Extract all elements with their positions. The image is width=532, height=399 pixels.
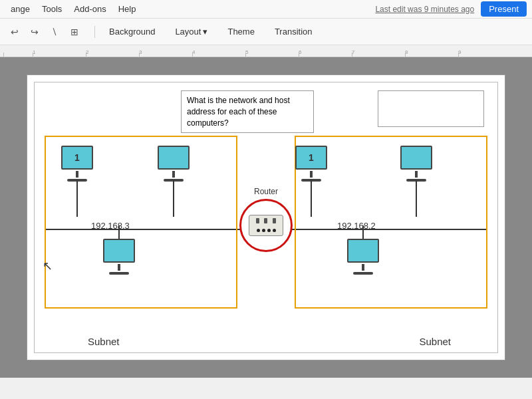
slash-icon[interactable]: ⧵ xyxy=(45,23,64,41)
computer-right-1: 1 xyxy=(295,146,327,182)
monitor-left-2 xyxy=(158,146,190,170)
router-container: Router xyxy=(239,199,293,252)
stand-right-1 xyxy=(310,171,313,178)
base-right-3 xyxy=(353,272,373,275)
router-dot-3 xyxy=(267,229,271,232)
slide-toolbar: ↩ ↪ ⧵ ⊞ Background Layout ▾ Theme Transi… xyxy=(0,19,532,45)
base-left-3 xyxy=(109,272,129,275)
ip-label-left: 192.168.3 xyxy=(91,221,130,231)
answer-box[interactable] xyxy=(378,90,484,127)
router-circle xyxy=(239,199,293,252)
connector-v-left-1 xyxy=(76,180,78,217)
layout-button[interactable]: Layout ▾ xyxy=(166,23,216,41)
cursor-icon: ↖ xyxy=(43,259,53,273)
computer-right-3 xyxy=(347,239,379,275)
menu-ange[interactable]: ange xyxy=(5,2,35,16)
router-dot-2 xyxy=(262,229,265,232)
menu-help[interactable]: Help xyxy=(113,2,142,16)
monitor-right-3 xyxy=(347,239,379,263)
menu-addons[interactable]: Add-ons xyxy=(68,2,111,16)
monitor-left-3 xyxy=(103,239,135,263)
router-body xyxy=(249,215,283,236)
connector-v-right-2 xyxy=(416,180,417,217)
router-port-3 xyxy=(273,218,276,223)
undo-button[interactable]: ↩ xyxy=(5,23,24,41)
computer-left-3 xyxy=(103,239,135,275)
stand-right-2 xyxy=(415,171,418,178)
question-box: What is the network and host address for… xyxy=(181,90,314,133)
ruler-marks: 1 2 3 4 5 6 7 8 9 xyxy=(3,45,529,57)
layout-label: Layout xyxy=(175,27,201,37)
theme-button[interactable]: Theme xyxy=(219,23,263,41)
redo-button[interactable]: ↪ xyxy=(25,23,44,41)
slide-area[interactable]: What is the network and host address for… xyxy=(0,57,532,378)
router-port-2 xyxy=(264,218,267,223)
router-dot-4 xyxy=(273,229,276,232)
monitor-right-2 xyxy=(400,146,432,170)
menu-tools[interactable]: Tools xyxy=(37,2,67,16)
subnet-label-right: Subnet xyxy=(419,336,451,347)
ip-label-right: 192.168.2 xyxy=(337,221,376,231)
question-text: What is the network and host address for… xyxy=(187,96,290,128)
ruler: 1 2 3 4 5 6 7 8 9 xyxy=(0,45,532,57)
router-dots xyxy=(249,229,283,232)
present-button[interactable]: Present xyxy=(481,1,527,17)
computer-left-2 xyxy=(158,146,190,182)
router-dot-1 xyxy=(257,229,260,232)
separator-1 xyxy=(94,26,95,38)
frame-icon[interactable]: ⊞ xyxy=(65,23,84,41)
subnet-label-left: Subnet xyxy=(88,336,120,347)
computer-right-2 xyxy=(400,146,432,182)
slide[interactable]: What is the network and host address for… xyxy=(27,74,505,360)
menu-bar: ange Tools Add-ons Help Last edit was 9 … xyxy=(0,0,532,19)
router-port-1 xyxy=(256,218,259,223)
monitor-left-1: 1 xyxy=(61,146,93,170)
stand-left-2 xyxy=(172,171,175,178)
monitor-right-1: 1 xyxy=(295,146,327,170)
router-label: Router xyxy=(254,187,278,196)
stand-left-3 xyxy=(118,264,120,271)
layout-arrow-icon: ▾ xyxy=(203,27,207,37)
stand-left-1 xyxy=(76,171,78,178)
slide-content[interactable]: What is the network and host address for… xyxy=(34,82,498,353)
computer-right-1-label: 1 xyxy=(309,152,314,163)
background-button[interactable]: Background xyxy=(100,23,164,41)
connector-v-left-2 xyxy=(173,180,174,217)
stand-right-3 xyxy=(362,264,364,271)
connector-v-right-1 xyxy=(311,180,312,217)
transition-button[interactable]: Transition xyxy=(266,23,321,41)
last-edit-text: Last edit was 9 minutes ago xyxy=(375,5,474,14)
computer-left-1: 1 xyxy=(61,146,93,182)
computer-left-1-label: 1 xyxy=(74,152,80,163)
